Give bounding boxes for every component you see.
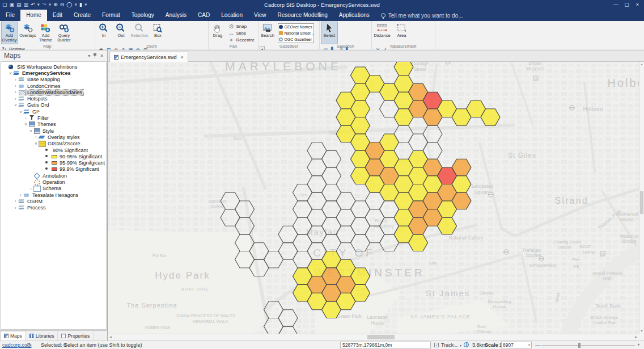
select-button[interactable]: Select <box>321 22 338 44</box>
tell-me-box[interactable]: Tell me what you want to do... <box>375 10 469 21</box>
tree-item-filter[interactable]: ›Filter <box>1 115 106 121</box>
zoom-out-button[interactable]: Out <box>113 22 128 44</box>
tree-item-emergencyservices[interactable]: ∨EmergencyServices <box>1 70 106 76</box>
tab-view[interactable]: View <box>248 10 272 21</box>
tree-expander-icon[interactable]: ∨ <box>28 129 33 133</box>
overlays-button[interactable]: Overlays <box>20 22 35 44</box>
tree-item-99-9-significant[interactable]: 99.9% Significant <box>1 166 106 173</box>
area-button[interactable]: Area <box>393 22 409 44</box>
scroll-right-arrow[interactable]: ▸ <box>633 334 639 340</box>
zoom-selection-button[interactable]: Selection <box>131 22 148 44</box>
tab-topology[interactable]: Topology <box>126 10 160 21</box>
tree-expander-icon[interactable]: › <box>28 187 33 191</box>
status-globe-icon[interactable] <box>464 342 469 347</box>
tab-applications[interactable]: Applications <box>333 10 375 21</box>
tab-edit[interactable]: Edit <box>47 10 68 21</box>
tab-analysis[interactable]: Analysis <box>160 10 192 21</box>
tree-expander-icon[interactable]: › <box>33 135 39 139</box>
tree-item-overlay-styles[interactable]: ›Overlay styles <box>1 134 106 140</box>
map-horizontal-scrollbar[interactable]: ◂ ▸ <box>108 334 639 340</box>
tab-file[interactable]: File <box>0 10 20 21</box>
minimize-button[interactable]: — <box>611 0 621 10</box>
gazetteer-item-ogc-gazetteer[interactable]: OGC Gazetteer <box>278 36 313 43</box>
tree-expander-icon[interactable]: › <box>23 116 28 120</box>
zoom-in-button[interactable]: In <box>96 22 111 44</box>
horizontal-scroll-thumb[interactable] <box>367 335 395 339</box>
tree-expander-icon[interactable]: ∨ <box>23 122 28 127</box>
tree-item-process[interactable]: ›Process <box>1 205 106 211</box>
tree-item-style[interactable]: ∨Style <box>1 128 106 134</box>
axis-icon[interactable]: ∟ <box>454 341 459 349</box>
tab-location[interactable]: Location <box>215 10 248 21</box>
gazetteer-item-national-street[interactable]: National Street ... <box>278 30 313 36</box>
tab-cad[interactable]: CAD <box>192 10 215 21</box>
axis-dropdown-icon[interactable]: ▾ <box>460 342 461 349</box>
scroll-up-arrow[interactable]: ▴ <box>639 62 644 67</box>
tree-expander-icon[interactable]: ∨ <box>18 110 23 114</box>
tree-expander-icon[interactable]: › <box>13 206 18 210</box>
document-close-icon[interactable]: × <box>181 54 184 60</box>
tab-resource-modelling[interactable]: Resource Modelling <box>272 10 333 21</box>
map-vertical-scrollbar[interactable]: ▴ ▾ <box>639 62 644 334</box>
query-builder-button[interactable]: Query Builder <box>56 22 72 44</box>
add-theme-button[interactable]: Add Theme <box>38 22 53 44</box>
tree-item-schema[interactable]: ›Schema <box>1 186 106 192</box>
tree-expander-icon[interactable]: › <box>13 90 18 94</box>
maximize-button[interactable]: ▢ <box>621 0 632 10</box>
tree-item-annotation[interactable]: Annotation <box>1 173 106 179</box>
vertical-scroll-thumb[interactable] <box>640 191 643 214</box>
gazetteer-list[interactable]: GEOnet Names ...National Street ...OGC G… <box>278 23 314 43</box>
sidebar-tab-libraries[interactable]: Libraries <box>26 331 58 340</box>
tree-item-gi[interactable]: ∨GI* <box>1 108 106 115</box>
zoom-slider-plus[interactable]: + <box>637 341 640 349</box>
tree-item-sis-workspace-definitions[interactable]: SIS Workspace Definitions <box>1 64 106 70</box>
tree-expander-icon[interactable]: ∨ <box>8 71 13 75</box>
status-gear-icon[interactable] <box>27 343 31 347</box>
tree-item-londoncrimes[interactable]: ›LondonCrimes <box>1 83 106 89</box>
tree-item-operation[interactable]: Operation <box>1 179 106 185</box>
tree-expander-icon[interactable]: › <box>13 84 18 88</box>
coordinate-input[interactable]: 528773m,179861m,0m <box>340 342 431 348</box>
zoom-slider-thumb[interactable] <box>578 343 581 348</box>
track-checkbox[interactable]: ✓ <box>434 343 439 347</box>
panel-pin-icon[interactable] <box>94 53 96 58</box>
tab-format[interactable]: Format <box>96 10 126 21</box>
tree-expander-icon[interactable]: › <box>13 97 18 101</box>
distance-button[interactable]: Distance <box>373 22 391 44</box>
tree-item-tessalate-hexagons[interactable]: ›Tessalate Hexagons <box>1 192 106 198</box>
tree-expander-icon[interactable]: ∨ <box>13 103 18 107</box>
close-button[interactable]: × <box>632 0 643 10</box>
tree-item-90-significant[interactable]: 90% Significant <box>1 147 106 153</box>
panel-dropdown-icon[interactable]: ▾ <box>88 53 90 58</box>
panel-close-icon[interactable]: ✕ <box>100 53 104 58</box>
tree-item-osrm[interactable]: ›OSRM <box>1 198 106 204</box>
map-canvas[interactable]: MARYLEBONEHolbornHolbornBritishMuseumGoo… <box>108 62 639 334</box>
gazetteer-search-button[interactable]: Search <box>260 22 276 44</box>
slide-button[interactable]: ↔Slide <box>228 30 254 36</box>
scale-combo[interactable]: 8907▾ <box>501 342 532 348</box>
scroll-down-arrow[interactable]: ▾ <box>639 329 644 334</box>
snap-button[interactable]: ⊙Snap <box>228 23 254 30</box>
tree-item-getis-ord[interactable]: ∨Getis Ord <box>1 102 106 108</box>
document-tab[interactable]: EmergencyServices.swd × <box>109 52 188 62</box>
tree-expander-icon[interactable]: › <box>13 199 18 203</box>
tree-item-95-99-signifgicant[interactable]: 95-99% Signifgicant <box>1 159 106 166</box>
tree-expander-icon[interactable]: ∨ <box>33 141 39 146</box>
drag-button[interactable]: Drag <box>210 22 226 44</box>
scroll-left-arrow[interactable]: ◂ <box>108 334 113 340</box>
tree-item-90-95-significant[interactable]: 90-95% Significant <box>1 153 106 159</box>
sidebar-tab-properties[interactable]: Properties <box>58 331 94 340</box>
recentre-button[interactable]: ⌖Recentre <box>228 37 254 43</box>
gazetteer-item-geonet-names[interactable]: GEOnet Names ... <box>278 24 313 30</box>
zoom-slider-track[interactable] <box>541 345 635 346</box>
tree-expander-icon[interactable]: › <box>13 78 18 82</box>
tree-item-base-mapping[interactable]: ›Base Mapping <box>1 77 106 83</box>
tree-item-londonwardboundaries[interactable]: ›LondonWardBoundaries <box>1 89 106 95</box>
tree-item-themes[interactable]: ∨Themes <box>1 121 106 128</box>
zoom-slider-minus[interactable]: — <box>535 341 540 349</box>
tree-item-hotspots[interactable]: ›Hotspots <box>1 95 106 102</box>
tab-create[interactable]: Create <box>68 10 96 21</box>
zoom-box-button[interactable]: Box <box>150 22 165 44</box>
tab-home[interactable]: Home <box>20 10 47 21</box>
add-overlay-button[interactable]: Add Overlay <box>1 22 18 44</box>
